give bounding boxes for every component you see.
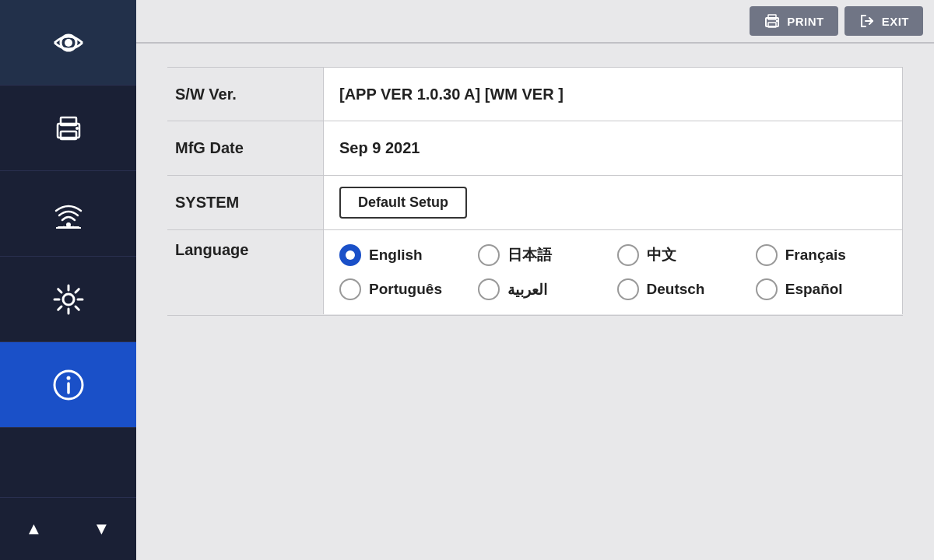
language-option-german[interactable]: Deutsch — [617, 278, 748, 300]
sw-ver-value: [APP VER 1.0.30 A] [WM VER ] — [323, 68, 903, 121]
language-option-spanish[interactable]: Español — [756, 278, 887, 300]
mfg-date-row: MfG Date Sep 9 2021 — [167, 121, 903, 176]
svg-rect-9 — [78, 227, 81, 229]
scroll-down-button[interactable]: ▼ — [68, 498, 135, 560]
mfg-date-value: Sep 9 2021 — [323, 121, 903, 175]
language-option-english[interactable]: English — [339, 244, 470, 266]
info-icon — [51, 368, 86, 402]
language-option-chinese[interactable]: 中文 — [617, 244, 748, 266]
sidebar-item-settings[interactable] — [0, 257, 136, 342]
sidebar-item-network[interactable] — [0, 171, 136, 257]
svg-point-12 — [72, 226, 74, 228]
exit-btn-icon — [859, 12, 876, 30]
sw-ver-row: S/W Ver. [APP VER 1.0.30 A] [WM VER ] — [167, 67, 903, 121]
print-btn-icon — [764, 12, 781, 30]
radio-arabic — [478, 278, 500, 300]
svg-point-16 — [66, 376, 70, 380]
svg-point-11 — [67, 226, 69, 228]
sidebar-item-print[interactable] — [0, 86, 136, 171]
radio-spanish — [756, 278, 778, 300]
sw-ver-label: S/W Ver. — [167, 68, 323, 121]
radio-chinese — [617, 244, 639, 266]
svg-point-10 — [62, 226, 65, 228]
radio-french — [756, 244, 778, 266]
printer-icon — [51, 111, 86, 145]
svg-point-5 — [75, 127, 79, 130]
exit-button[interactable]: EXIT — [844, 6, 923, 36]
radio-german — [617, 278, 639, 300]
system-value: Default Setup — [323, 176, 903, 229]
mfg-date-label: MfG Date — [167, 121, 323, 175]
wifi-icon — [51, 197, 86, 231]
language-option-portuguese[interactable]: Português — [339, 278, 470, 300]
language-option-french[interactable]: Français — [756, 244, 887, 266]
main-panel: PRINT EXIT S/W Ver. [APP VER 1.0.30 A] [… — [136, 0, 934, 560]
language-label-portuguese: Português — [369, 281, 442, 298]
language-label-chinese: 中文 — [647, 245, 676, 265]
header-bar: PRINT EXIT — [136, 0, 934, 44]
language-label: Language — [167, 230, 323, 270]
language-label-arabic: العربية — [507, 281, 547, 299]
print-button[interactable]: PRINT — [750, 6, 838, 36]
language-label-spanish: Español — [785, 281, 843, 298]
default-setup-button[interactable]: Default Setup — [339, 187, 467, 219]
language-label-english: English — [369, 247, 423, 264]
eye-icon — [51, 26, 86, 60]
svg-point-20 — [776, 20, 778, 22]
language-label-japanese: 日本語 — [507, 245, 552, 265]
radio-english — [339, 244, 361, 266]
radio-japanese — [478, 244, 500, 266]
svg-rect-8 — [56, 227, 59, 229]
svg-point-13 — [63, 294, 74, 305]
language-option-arabic[interactable]: العربية — [478, 278, 609, 300]
sidebar-nav-arrows: ▲ ▼ — [0, 497, 136, 560]
system-row: SYSTEM Default Setup — [167, 176, 903, 230]
content-area: S/W Ver. [APP VER 1.0.30 A] [WM VER ] Mf… — [136, 44, 934, 560]
language-label-german: Deutsch — [647, 281, 705, 298]
language-option-japanese[interactable]: 日本語 — [478, 244, 609, 266]
gear-icon — [51, 282, 86, 317]
language-options: English日本語中文FrançaisPortuguêsالعربيةDeut… — [323, 230, 903, 314]
svg-point-1 — [65, 39, 72, 47]
sidebar-item-info[interactable] — [0, 342, 136, 428]
scroll-up-button[interactable]: ▲ — [0, 498, 68, 560]
sidebar-item-eye[interactable] — [0, 0, 136, 86]
system-label: SYSTEM — [167, 176, 323, 229]
radio-portuguese — [339, 278, 361, 300]
sidebar: ▲ ▼ — [0, 0, 136, 560]
language-row: Language English日本語中文FrançaisPortuguêsال… — [167, 230, 903, 316]
language-label-french: Français — [785, 247, 846, 264]
